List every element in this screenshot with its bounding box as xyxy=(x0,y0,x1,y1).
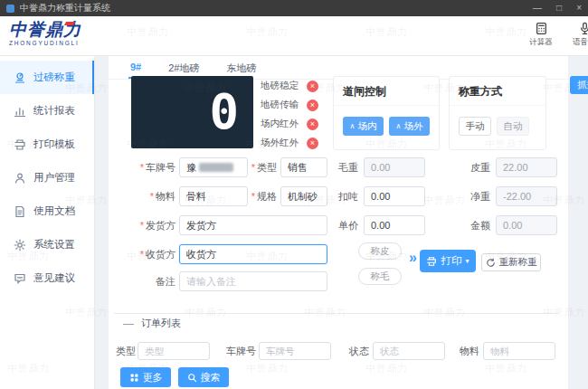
required-asterisk: * xyxy=(251,162,255,173)
sidebar-item-label: 统计报表 xyxy=(33,104,75,118)
search-button[interactable]: 搜索 xyxy=(178,367,229,387)
sidebar-item-reports[interactable]: 统计报表 xyxy=(0,94,94,128)
required-asterisk: * xyxy=(140,220,144,231)
plate-input[interactable]: 豫 xyxy=(179,157,248,177)
required-asterisk: * xyxy=(140,249,144,260)
sidebar-item-settings[interactable]: 系统设置 xyxy=(0,228,94,261)
orders-title: 订单列表 xyxy=(141,318,181,328)
weight-display-value: 0 xyxy=(209,88,239,137)
gross-label: 毛重 xyxy=(335,157,358,177)
shipper-label: *发货方 xyxy=(125,215,175,235)
label-text: 规格 xyxy=(257,191,277,202)
sidebar-item-label: 系统设置 xyxy=(33,238,75,251)
weight-display: 0 xyxy=(131,76,253,148)
gate-outside-button[interactable]: ∧ 场外 xyxy=(389,117,430,136)
net-input[interactable] xyxy=(496,186,557,206)
window-controls: — □ × xyxy=(533,0,582,16)
scale-icon xyxy=(14,71,26,84)
gate-inside-label: 场内 xyxy=(357,120,376,133)
label-text: 物料 xyxy=(156,191,175,202)
spec-input[interactable] xyxy=(280,186,327,206)
spec-label: *规格 xyxy=(250,186,277,206)
chevron-down-icon: ▾ xyxy=(465,257,469,265)
status-label: 地磅稳定 xyxy=(261,80,299,92)
status-infrared-inside: 场内红外 × xyxy=(261,118,318,130)
filter-material-input[interactable] xyxy=(483,342,555,360)
label-text: 车牌号 xyxy=(146,162,175,173)
weigh-mode-panel: 称重方式 手动 自动 xyxy=(449,76,546,150)
filter-type-label: 类型 xyxy=(116,342,136,360)
mode-manual-button[interactable]: 手动 xyxy=(459,117,491,136)
sidebar-item-print-template[interactable]: 打印模板 xyxy=(0,128,94,161)
material-input[interactable] xyxy=(179,186,248,206)
deduct-input[interactable] xyxy=(364,186,425,206)
sidebar-item-label: 意见建议 xyxy=(33,271,75,285)
search-label: 搜索 xyxy=(201,371,221,384)
status-scale-transmit: 地磅传输 × xyxy=(261,99,318,111)
weigh-gross-button[interactable]: 称毛 xyxy=(358,268,402,285)
type-input[interactable] xyxy=(280,157,327,177)
material-label: *物料 xyxy=(125,186,175,206)
error-icon: × xyxy=(307,138,318,149)
sidebar-item-label: 使用文档 xyxy=(33,204,75,218)
filter-status-input[interactable] xyxy=(373,342,445,360)
sidebar-item-weighing[interactable]: 过磅称重 xyxy=(0,61,94,94)
label-text: 类型 xyxy=(257,162,277,173)
voice-tool[interactable]: 语音播 xyxy=(566,22,588,48)
tare-label: 皮重 xyxy=(467,157,490,177)
orders-title-row: 订单列表 xyxy=(123,317,181,330)
error-icon: × xyxy=(307,119,318,130)
plate-masked-value xyxy=(199,163,233,172)
sidebar-item-label: 打印模板 xyxy=(33,138,75,151)
error-icon: × xyxy=(307,100,318,111)
receiver-input[interactable] xyxy=(179,244,327,264)
sidebar-item-docs[interactable]: 使用文档 xyxy=(0,194,94,228)
section-divider xyxy=(114,313,559,314)
shipper-input[interactable] xyxy=(179,215,327,235)
more-button[interactable]: 更多 xyxy=(120,367,171,387)
document-icon xyxy=(14,205,26,218)
grid-icon xyxy=(129,373,139,383)
gross-input[interactable] xyxy=(364,157,425,177)
maximize-button[interactable]: □ xyxy=(556,0,562,16)
remark-input[interactable] xyxy=(179,271,327,291)
deduct-label: 扣吨 xyxy=(335,186,358,206)
gate-inside-button[interactable]: ∧ 场内 xyxy=(343,117,384,136)
bar-chart-icon xyxy=(14,105,26,118)
label-text: 发货方 xyxy=(146,220,175,231)
weigh-tare-button[interactable]: 称皮 xyxy=(358,242,402,260)
sidebar-item-feedback[interactable]: 意见建议 xyxy=(0,261,94,295)
status-scale-stable: 地磅稳定 × xyxy=(261,80,318,92)
sidebar-item-label: 用户管理 xyxy=(33,171,75,185)
filter-plate-input[interactable] xyxy=(259,342,331,360)
chevron-up-icon: ∧ xyxy=(396,123,402,130)
plate-label: *车牌号 xyxy=(125,157,175,177)
logo-accent xyxy=(64,22,75,25)
reweigh-button[interactable]: 重新称重 xyxy=(481,253,541,271)
plate-value: 豫 xyxy=(186,161,196,175)
logo-subtext: ZHONGYUDINGLI xyxy=(9,40,81,46)
user-icon xyxy=(14,172,26,185)
sidebar-item-users[interactable]: 用户管理 xyxy=(0,161,94,194)
search-icon xyxy=(187,373,197,383)
type-label: *类型 xyxy=(250,157,277,177)
price-input[interactable] xyxy=(364,215,425,235)
print-button[interactable]: 打印 ▾ xyxy=(420,250,476,272)
close-button[interactable]: × xyxy=(576,0,582,16)
refresh-icon xyxy=(486,258,496,268)
amount-input[interactable] xyxy=(496,215,557,235)
filter-material-label: 物料 xyxy=(460,342,479,360)
printer-icon xyxy=(426,256,437,267)
printer-icon xyxy=(14,138,26,151)
double-chevron-icon: » xyxy=(409,251,417,265)
calculator-tool[interactable]: 计算器 xyxy=(523,22,559,48)
mode-auto-button[interactable]: 自动 xyxy=(497,117,529,136)
sidebar: 过磅称重 统计报表 打印模板 用户管理 使用文档 xyxy=(0,56,95,389)
sidebar-item-label: 过磅称重 xyxy=(33,71,75,84)
calculator-icon xyxy=(535,22,548,35)
filter-type-input[interactable] xyxy=(138,342,210,360)
minimize-button[interactable]: — xyxy=(533,0,542,16)
status-label: 地磅传输 xyxy=(261,99,299,111)
capture-button[interactable]: 抓拍 xyxy=(570,76,588,94)
tare-input[interactable] xyxy=(496,157,557,177)
